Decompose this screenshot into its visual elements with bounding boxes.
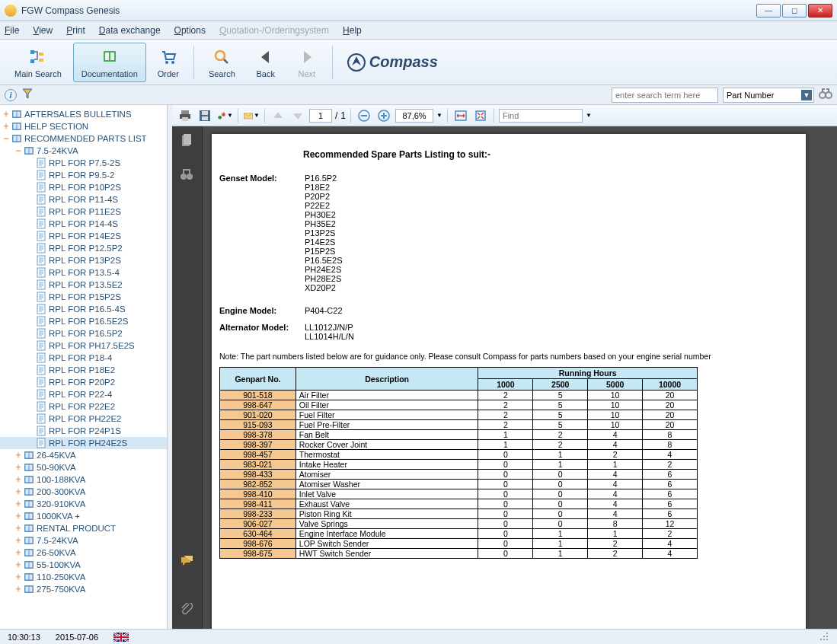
expand-icon[interactable]: + <box>14 486 23 497</box>
resize-grip-icon[interactable] <box>819 631 829 643</box>
tree-item[interactable]: RPL FOR P10P2S <box>0 181 167 193</box>
tree-item[interactable]: +275-750KVA <box>0 583 167 595</box>
expand-icon[interactable]: + <box>14 572 23 582</box>
tree-item[interactable]: RPL FOR P9.5-2 <box>0 169 167 181</box>
menu-help[interactable]: Help <box>343 25 362 36</box>
expand-icon[interactable]: + <box>14 474 23 485</box>
tree-item[interactable]: RPL FOR P18-4 <box>0 352 167 364</box>
expand-icon[interactable]: + <box>2 109 11 120</box>
tree-item[interactable]: RPL FOR P7.5-2S <box>0 157 167 169</box>
expand-icon[interactable]: + <box>14 523 23 534</box>
back-button[interactable]: Back <box>247 43 285 82</box>
fit-page-button[interactable] <box>472 107 489 124</box>
menu-quotation[interactable]: Quotation-/Orderingsystem <box>219 25 329 36</box>
menu-options[interactable]: Options <box>174 25 206 36</box>
expand-icon[interactable]: + <box>14 462 23 473</box>
tree-item[interactable]: +26-45KVA <box>0 449 167 461</box>
expand-icon[interactable]: + <box>14 547 23 558</box>
tree-item[interactable]: +55-100KVA <box>0 559 167 571</box>
language-flag-icon[interactable] <box>113 633 129 642</box>
attachments-panel-icon[interactable] <box>180 603 195 618</box>
export-button[interactable]: ▼ <box>216 107 233 124</box>
alternator-label: Alternator Model: <box>219 323 305 341</box>
tree-item[interactable]: RPL FOR PH22E2 <box>0 413 167 425</box>
page-current-input[interactable] <box>309 109 332 123</box>
funnel-icon[interactable] <box>21 88 34 102</box>
binoculars-icon[interactable] <box>819 87 832 103</box>
tree-sidebar[interactable]: +AFTERSALES BULLETINS+HELP SECTION−RECOM… <box>0 105 168 629</box>
tree-item[interactable]: +7.5-24KVA <box>0 534 167 547</box>
tree-item[interactable]: RPL FOR PH24E2S <box>0 437 167 449</box>
print-button[interactable] <box>177 107 193 124</box>
comments-panel-icon[interactable] <box>180 554 195 569</box>
info-icon[interactable]: i <box>5 89 17 101</box>
tree-item[interactable]: RPL FOR P22E2 <box>0 400 167 413</box>
search-type-select[interactable]: Part Number ▼ <box>723 88 814 103</box>
pages-panel-icon[interactable] <box>180 134 195 149</box>
menu-print[interactable]: Print <box>66 25 85 36</box>
tree-item[interactable]: +AFTERSALES BULLETINS <box>0 108 167 120</box>
zoom-input[interactable] <box>395 109 433 123</box>
tree-item[interactable]: RPL FOR P14E2S <box>0 230 167 242</box>
tree-item[interactable]: +1000KVA + <box>0 510 167 522</box>
bookmarks-panel-icon[interactable] <box>180 167 195 183</box>
menu-file[interactable]: File <box>5 25 19 36</box>
minimize-button[interactable]: — <box>756 4 781 18</box>
order-button[interactable]: Order <box>149 43 187 82</box>
tree-item[interactable]: RPL FOR P11-4S <box>0 193 167 206</box>
expand-icon[interactable]: + <box>14 535 23 546</box>
tree-item[interactable]: RPL FOR P16.5P2 <box>0 327 167 340</box>
expand-icon[interactable]: + <box>14 584 23 595</box>
tree-item[interactable]: +HELP SECTION <box>0 120 167 132</box>
menu-data-exchange[interactable]: Data exchange <box>99 25 161 36</box>
tree-item[interactable]: −RECOMMENDED PARTS LIST <box>0 132 167 145</box>
tree-item[interactable]: +100-188KVA <box>0 473 167 486</box>
expand-icon[interactable]: + <box>14 511 23 521</box>
page-down-button[interactable] <box>289 107 306 124</box>
expand-icon[interactable]: + <box>14 450 23 461</box>
tree-item[interactable]: +RENTAL PRODUCT <box>0 522 167 534</box>
zoom-out-button[interactable] <box>356 107 372 124</box>
tree-item[interactable]: RPL FOR P14-4S <box>0 218 167 230</box>
expand-icon[interactable]: + <box>2 121 11 132</box>
menu-view[interactable]: View <box>33 25 53 36</box>
search-button[interactable]: Search <box>200 43 244 82</box>
tree-item[interactable]: +320-910KVA <box>0 498 167 510</box>
email-button[interactable]: ▼ <box>243 107 260 124</box>
tree-item[interactable]: RPL FOR P13P2S <box>0 254 167 266</box>
find-input[interactable] <box>499 109 583 123</box>
rh-cell: 10 <box>588 420 643 430</box>
tree-item[interactable]: RPL FOR P24P1S <box>0 425 167 437</box>
collapse-icon[interactable]: − <box>2 133 11 144</box>
fit-width-button[interactable] <box>452 107 469 124</box>
tree-item[interactable]: RPL FOR P18E2 <box>0 364 167 376</box>
pdf-page-scroll[interactable]: Recommended Spare Parts Listing to suit:… <box>203 126 837 629</box>
expand-icon[interactable]: + <box>14 560 23 570</box>
tree-item[interactable]: RPL FOR P13.5-4 <box>0 266 167 279</box>
next-button[interactable]: Next <box>288 43 326 82</box>
tree-item[interactable]: RPL FOR P20P2 <box>0 376 167 388</box>
collapse-icon[interactable]: − <box>14 145 23 156</box>
tree-item[interactable]: RPL FOR P16.5E2S <box>0 315 167 327</box>
tree-item[interactable]: RPL FOR P11E2S <box>0 206 167 218</box>
tree-item[interactable]: RPL FOR P12.5P2 <box>0 242 167 254</box>
tree-item[interactable]: RPL FOR P13.5E2 <box>0 279 167 291</box>
tree-item[interactable]: +50-90KVA <box>0 461 167 473</box>
tree-item[interactable]: RPL FOR PH17.5E2S <box>0 340 167 352</box>
tree-item[interactable]: +200-300KVA <box>0 486 167 498</box>
search-input[interactable] <box>612 88 718 103</box>
tree-item[interactable]: −7.5-24KVA <box>0 145 167 157</box>
page-up-button[interactable] <box>270 107 286 124</box>
maximize-button[interactable]: ◻ <box>782 4 807 18</box>
documentation-button[interactable]: Documentation <box>73 43 146 82</box>
save-button[interactable] <box>196 107 213 124</box>
tree-item[interactable]: +26-50KVA <box>0 547 167 559</box>
tree-item[interactable]: RPL FOR P16.5-4S <box>0 303 167 315</box>
zoom-in-button[interactable] <box>375 107 392 124</box>
tree-item[interactable]: RPL FOR P15P2S <box>0 291 167 303</box>
expand-icon[interactable]: + <box>14 499 23 509</box>
tree-item[interactable]: +110-250KVA <box>0 571 167 583</box>
close-button[interactable]: ✕ <box>808 4 832 18</box>
tree-item[interactable]: RPL FOR P22-4 <box>0 388 167 400</box>
main-search-button[interactable]: Main Search <box>6 43 70 82</box>
